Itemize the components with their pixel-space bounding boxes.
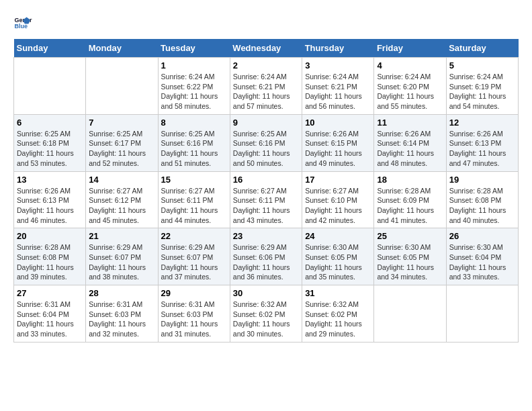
day-info: Sunrise: 6:26 AM Sunset: 6:14 PM Dayligh… (377, 129, 443, 169)
calendar-cell: 9Sunrise: 6:25 AM Sunset: 6:16 PM Daylig… (230, 114, 302, 171)
calendar-cell: 18Sunrise: 6:28 AM Sunset: 6:09 PM Dayli… (374, 171, 446, 228)
day-number: 15 (161, 175, 227, 185)
calendar-cell (374, 285, 446, 342)
calendar-week-row: 6Sunrise: 6:25 AM Sunset: 6:18 PM Daylig… (14, 114, 519, 171)
calendar-cell: 26Sunrise: 6:30 AM Sunset: 6:04 PM Dayli… (446, 228, 518, 285)
day-number: 22 (161, 231, 227, 241)
calendar-cell: 8Sunrise: 6:25 AM Sunset: 6:16 PM Daylig… (158, 114, 230, 171)
day-number: 6 (17, 118, 83, 128)
day-info: Sunrise: 6:28 AM Sunset: 6:09 PM Dayligh… (377, 186, 443, 226)
day-number: 21 (89, 231, 154, 241)
day-info: Sunrise: 6:27 AM Sunset: 6:12 PM Dayligh… (89, 186, 154, 226)
calendar-week-row: 13Sunrise: 6:26 AM Sunset: 6:13 PM Dayli… (14, 171, 519, 228)
day-info: Sunrise: 6:26 AM Sunset: 6:13 PM Dayligh… (17, 186, 83, 226)
calendar-cell: 25Sunrise: 6:30 AM Sunset: 6:05 PM Dayli… (374, 228, 446, 285)
day-number: 8 (161, 118, 227, 128)
calendar-cell: 4Sunrise: 6:24 AM Sunset: 6:20 PM Daylig… (374, 58, 446, 115)
day-info: Sunrise: 6:24 AM Sunset: 6:20 PM Dayligh… (377, 72, 443, 111)
logo-icon: General Blue (13, 13, 32, 32)
day-info: Sunrise: 6:30 AM Sunset: 6:05 PM Dayligh… (377, 242, 443, 282)
day-info: Sunrise: 6:32 AM Sunset: 6:02 PM Dayligh… (233, 300, 299, 339)
day-number: 10 (305, 118, 371, 128)
calendar-cell: 12Sunrise: 6:26 AM Sunset: 6:13 PM Dayli… (446, 114, 518, 171)
calendar-cell: 2Sunrise: 6:24 AM Sunset: 6:21 PM Daylig… (230, 58, 302, 115)
day-number: 12 (449, 118, 515, 128)
calendar-cell: 20Sunrise: 6:28 AM Sunset: 6:08 PM Dayli… (14, 228, 86, 285)
day-info: Sunrise: 6:25 AM Sunset: 6:18 PM Dayligh… (17, 129, 83, 169)
day-number: 24 (305, 231, 371, 241)
page-header: General Blue (13, 13, 519, 32)
weekday-header-row: SundayMondayTuesdayWednesdayThursdayFrid… (14, 39, 519, 58)
day-info: Sunrise: 6:30 AM Sunset: 6:04 PM Dayligh… (449, 242, 515, 282)
day-number: 30 (233, 288, 299, 298)
day-info: Sunrise: 6:29 AM Sunset: 6:06 PM Dayligh… (233, 242, 299, 282)
day-info: Sunrise: 6:24 AM Sunset: 6:19 PM Dayligh… (449, 72, 515, 111)
day-number: 20 (17, 231, 83, 241)
day-number: 5 (449, 60, 515, 71)
weekday-header-friday: Friday (374, 39, 446, 58)
day-info: Sunrise: 6:31 AM Sunset: 6:03 PM Dayligh… (89, 300, 154, 339)
day-number: 28 (89, 288, 154, 298)
weekday-header-thursday: Thursday (302, 39, 374, 58)
day-number: 26 (449, 231, 515, 241)
calendar-body: 1Sunrise: 6:24 AM Sunset: 6:22 PM Daylig… (14, 58, 519, 342)
day-number: 16 (233, 175, 299, 185)
calendar-cell: 15Sunrise: 6:27 AM Sunset: 6:11 PM Dayli… (158, 171, 230, 228)
day-info: Sunrise: 6:26 AM Sunset: 6:15 PM Dayligh… (305, 129, 371, 169)
calendar-header: SundayMondayTuesdayWednesdayThursdayFrid… (14, 39, 519, 58)
calendar-cell: 6Sunrise: 6:25 AM Sunset: 6:18 PM Daylig… (14, 114, 86, 171)
calendar-cell: 31Sunrise: 6:32 AM Sunset: 6:02 PM Dayli… (302, 285, 374, 342)
calendar-cell: 23Sunrise: 6:29 AM Sunset: 6:06 PM Dayli… (230, 228, 302, 285)
calendar-cell: 28Sunrise: 6:31 AM Sunset: 6:03 PM Dayli… (86, 285, 158, 342)
day-number: 14 (89, 175, 154, 185)
day-info: Sunrise: 6:25 AM Sunset: 6:16 PM Dayligh… (161, 129, 227, 169)
day-info: Sunrise: 6:24 AM Sunset: 6:21 PM Dayligh… (233, 72, 299, 111)
day-number: 19 (449, 175, 515, 185)
day-number: 31 (305, 288, 371, 298)
day-info: Sunrise: 6:30 AM Sunset: 6:05 PM Dayligh… (305, 242, 371, 282)
weekday-header-monday: Monday (86, 39, 158, 58)
day-info: Sunrise: 6:24 AM Sunset: 6:21 PM Dayligh… (305, 72, 371, 111)
day-info: Sunrise: 6:25 AM Sunset: 6:16 PM Dayligh… (233, 129, 299, 169)
day-number: 1 (161, 60, 227, 71)
logo: General Blue (13, 13, 35, 32)
day-info: Sunrise: 6:31 AM Sunset: 6:04 PM Dayligh… (17, 300, 83, 339)
calendar-cell: 7Sunrise: 6:25 AM Sunset: 6:17 PM Daylig… (86, 114, 158, 171)
day-info: Sunrise: 6:28 AM Sunset: 6:08 PM Dayligh… (17, 242, 83, 282)
calendar-cell: 24Sunrise: 6:30 AM Sunset: 6:05 PM Dayli… (302, 228, 374, 285)
day-number: 3 (305, 60, 371, 71)
calendar-week-row: 27Sunrise: 6:31 AM Sunset: 6:04 PM Dayli… (14, 285, 519, 342)
calendar-cell: 1Sunrise: 6:24 AM Sunset: 6:22 PM Daylig… (158, 58, 230, 115)
calendar-cell (86, 58, 158, 115)
calendar-week-row: 1Sunrise: 6:24 AM Sunset: 6:22 PM Daylig… (14, 58, 519, 115)
day-number: 18 (377, 175, 443, 185)
day-info: Sunrise: 6:28 AM Sunset: 6:08 PM Dayligh… (449, 186, 515, 226)
day-info: Sunrise: 6:24 AM Sunset: 6:22 PM Dayligh… (161, 72, 227, 111)
calendar-cell: 30Sunrise: 6:32 AM Sunset: 6:02 PM Dayli… (230, 285, 302, 342)
calendar-cell: 16Sunrise: 6:27 AM Sunset: 6:11 PM Dayli… (230, 171, 302, 228)
calendar-cell: 13Sunrise: 6:26 AM Sunset: 6:13 PM Dayli… (14, 171, 86, 228)
calendar-cell: 27Sunrise: 6:31 AM Sunset: 6:04 PM Dayli… (14, 285, 86, 342)
calendar-cell: 19Sunrise: 6:28 AM Sunset: 6:08 PM Dayli… (446, 171, 518, 228)
day-info: Sunrise: 6:25 AM Sunset: 6:17 PM Dayligh… (89, 129, 154, 169)
calendar-cell: 22Sunrise: 6:29 AM Sunset: 6:07 PM Dayli… (158, 228, 230, 285)
calendar-cell (446, 285, 518, 342)
calendar-cell: 10Sunrise: 6:26 AM Sunset: 6:15 PM Dayli… (302, 114, 374, 171)
calendar-table: SundayMondayTuesdayWednesdayThursdayFrid… (13, 39, 519, 342)
calendar-cell: 11Sunrise: 6:26 AM Sunset: 6:14 PM Dayli… (374, 114, 446, 171)
calendar-cell: 21Sunrise: 6:29 AM Sunset: 6:07 PM Dayli… (86, 228, 158, 285)
calendar-cell (14, 58, 86, 115)
day-info: Sunrise: 6:31 AM Sunset: 6:03 PM Dayligh… (161, 300, 227, 339)
day-info: Sunrise: 6:29 AM Sunset: 6:07 PM Dayligh… (89, 242, 154, 282)
day-number: 23 (233, 231, 299, 241)
day-info: Sunrise: 6:26 AM Sunset: 6:13 PM Dayligh… (449, 129, 515, 169)
day-number: 7 (89, 118, 154, 128)
day-info: Sunrise: 6:27 AM Sunset: 6:11 PM Dayligh… (233, 186, 299, 226)
weekday-header-saturday: Saturday (446, 39, 518, 58)
calendar-cell: 29Sunrise: 6:31 AM Sunset: 6:03 PM Dayli… (158, 285, 230, 342)
day-number: 25 (377, 231, 443, 241)
day-number: 2 (233, 60, 299, 71)
day-number: 17 (305, 175, 371, 185)
day-info: Sunrise: 6:32 AM Sunset: 6:02 PM Dayligh… (305, 300, 371, 339)
day-number: 9 (233, 118, 299, 128)
